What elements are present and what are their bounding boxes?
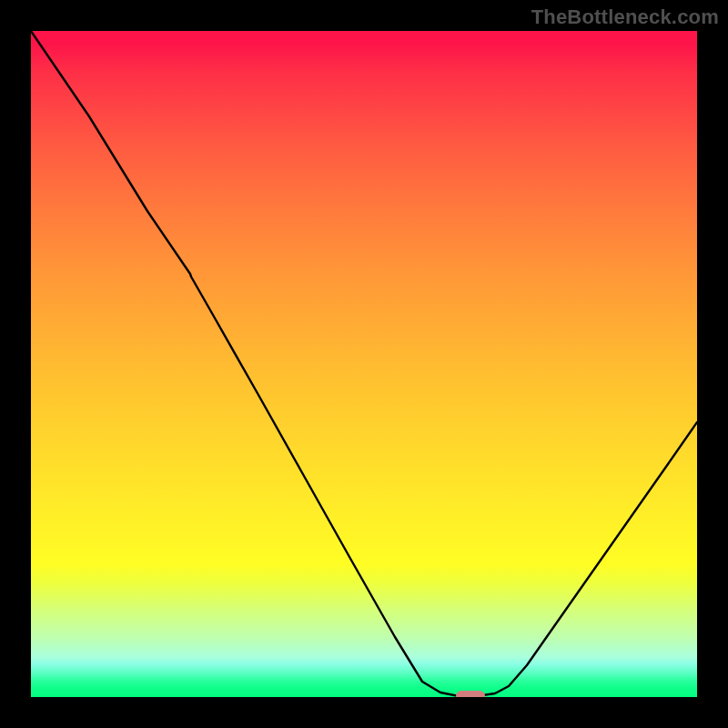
optimal-marker <box>456 691 485 697</box>
chart-container: TheBottleneck.com <box>0 0 728 728</box>
gradient-background <box>31 31 697 697</box>
plot-area <box>31 31 697 697</box>
watermark-text: TheBottleneck.com <box>531 5 719 29</box>
